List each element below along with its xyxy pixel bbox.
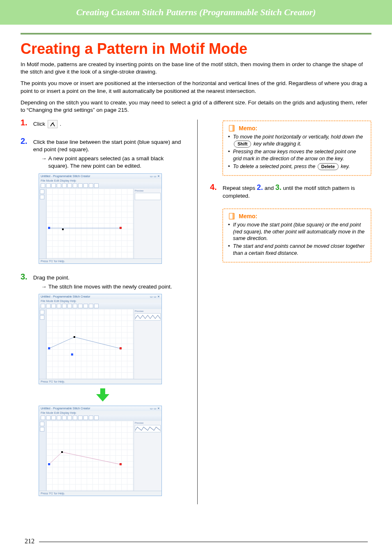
window-toolbar: [39, 182, 161, 189]
preview-label: Preview: [135, 189, 161, 193]
preview-label: Preview: [135, 310, 161, 313]
intro-block: In Motif mode, patterns are created by i…: [21, 61, 371, 114]
delete-key: Delete: [318, 163, 339, 170]
window-menubar: File Mode Edit Display Help: [39, 299, 161, 303]
memo1-item1: To move the point horizontally or vertic…: [233, 134, 366, 148]
window-title-text: Untitled - Programmable Stitch Creator: [41, 407, 90, 410]
toolbar-icon: [83, 183, 88, 188]
end-point: [120, 347, 122, 349]
screenshot-step-3b: Untitled - Programmable Stitch Creator▭ …: [39, 406, 162, 496]
ref-step-2: 2.: [257, 183, 263, 192]
left-toolbox: [39, 189, 46, 259]
cursor-hint: [71, 353, 73, 355]
shift-key: Shift: [234, 141, 251, 148]
step-4-text: Repeat steps 2. and 3. until the motif s…: [223, 182, 371, 200]
window-toolbar: [39, 415, 161, 421]
status-bar: Press 'F1' for Help.: [39, 379, 161, 384]
chapter-header: Creating Custom Stitch Patterns (Program…: [0, 0, 392, 25]
screenshot-step-3a: Untitled - Programmable Stitch Creator▭ …: [39, 294, 162, 384]
arrow-icon: →: [41, 283, 47, 291]
step-3-sub-text: The stitch line moves with the newly cre…: [48, 283, 172, 291]
memo2-item1: If you move the start point (blue square…: [233, 222, 366, 242]
start-point: [48, 463, 50, 465]
intro-p2: The points you move or insert are positi…: [21, 80, 371, 95]
screenshot-step-2: Untitled - Programmable Stitch Creator ▭…: [39, 173, 162, 264]
stitch-line: [46, 189, 134, 259]
svg-line-1: [53, 123, 55, 126]
window-title-text: Untitled - Programmable Stitch Creator: [41, 175, 90, 178]
toolbar-icon: [89, 183, 93, 188]
svg-marker-3: [96, 388, 109, 402]
chapter-title: Creating Custom Stitch Patterns (Program…: [76, 7, 316, 18]
window-menubar: File Mode Edit Display Help: [39, 411, 161, 415]
two-column-layout: 1. Click .: [21, 118, 371, 504]
page-body: Creating a Pattern in Motif Mode In Moti…: [21, 33, 371, 504]
canvas: [46, 421, 134, 491]
step-2-sub: → A new point appears selected (as a sma…: [41, 155, 185, 170]
new-point: [62, 229, 64, 230]
page-title: Creating a Pattern in Motif Mode: [21, 40, 371, 58]
preview-box: [135, 193, 161, 200]
app-window: Untitled - Programmable Stitch Creator ▭…: [39, 173, 162, 264]
canvas: [46, 309, 134, 379]
step-2-text: Click the base line between the start po…: [33, 138, 185, 153]
memo-body: •If you move the start point (blue squar…: [228, 222, 366, 257]
window-controls-icon: ▭ ▭ ✕: [150, 175, 160, 178]
page-number-rule: [39, 542, 368, 542]
step-2-sub-text: A new point appears selected (as a small…: [48, 155, 185, 170]
memo-title: Memo:: [239, 125, 257, 132]
start-point: [48, 227, 50, 229]
memo-icon: [228, 212, 235, 220]
step-4: 4. Repeat steps 2. and 3. until the moti…: [210, 182, 371, 200]
toolbar-icon: [78, 183, 83, 188]
memo-title: Memo:: [239, 213, 257, 219]
preview-panel: Preview: [134, 189, 161, 259]
step-number-1: 1.: [21, 118, 28, 127]
end-point: [120, 227, 122, 229]
end-point: [120, 463, 122, 465]
step-3-sub: → The stitch line moves with the newly c…: [41, 283, 185, 291]
page-number: 212: [25, 538, 35, 545]
intro-p3: Depending on the stitch you want to crea…: [21, 99, 371, 114]
memo2-item2: The start and end points cannot be moved…: [233, 243, 366, 257]
window-controls-icon: ▭ ▭ ✕: [150, 407, 160, 410]
tool-icon: [40, 189, 44, 194]
memo1-item3: To delete a selected point, press the De…: [233, 163, 350, 170]
toolbar-icon: [62, 183, 67, 188]
left-column: 1. Click .: [21, 118, 185, 504]
toolbar-icon: [57, 183, 61, 188]
status-bar: Press 'F1' for Help.: [39, 491, 161, 496]
memo-box-1: Memo: • To move the point horizontally o…: [222, 120, 371, 176]
new-point: [74, 336, 75, 338]
window-titlebar: Untitled - Programmable Stitch Creator ▭…: [39, 174, 161, 179]
app-window: Untitled - Programmable Stitch Creator▭ …: [39, 406, 162, 496]
new-point: [61, 451, 63, 453]
step-3-text: Drag the point.: [33, 274, 70, 282]
window-toolbar: [39, 303, 161, 309]
step-2: 2. Click the base line between the start…: [21, 136, 185, 264]
ref-step-3: 3.: [275, 183, 281, 192]
toolbar-icon: [41, 183, 45, 188]
status-bar: Press 'F1' for Help.: [39, 259, 161, 263]
step-1-text: Click .: [33, 120, 62, 128]
tool-icon: [40, 195, 44, 199]
window-title-text: Untitled - Programmable Stitch Creator: [41, 295, 90, 298]
memo-body: • To move the point horizontally or vert…: [228, 134, 366, 170]
column-divider: [197, 120, 198, 504]
step-1: 1. Click .: [21, 118, 185, 128]
toolbar-icon: [94, 183, 99, 188]
down-arrow-icon: [95, 388, 110, 402]
preview-label: Preview: [135, 422, 161, 425]
right-column: Memo: • To move the point horizontally o…: [210, 118, 371, 504]
toolbar-icon: [67, 183, 72, 188]
toolbar-icon: [73, 183, 77, 188]
step-3: 3. Drag the point. → The stitch line mov…: [21, 272, 185, 496]
window-controls-icon: ▭ ▭ ✕: [150, 295, 160, 298]
start-point: [48, 347, 50, 349]
step-1-before: Click: [33, 120, 47, 127]
canvas: [46, 189, 134, 259]
step-number-2: 2.: [21, 136, 28, 146]
toolbar-icon: [46, 183, 51, 188]
arrow-icon: →: [41, 155, 47, 170]
toolbar-icon: [51, 183, 56, 188]
